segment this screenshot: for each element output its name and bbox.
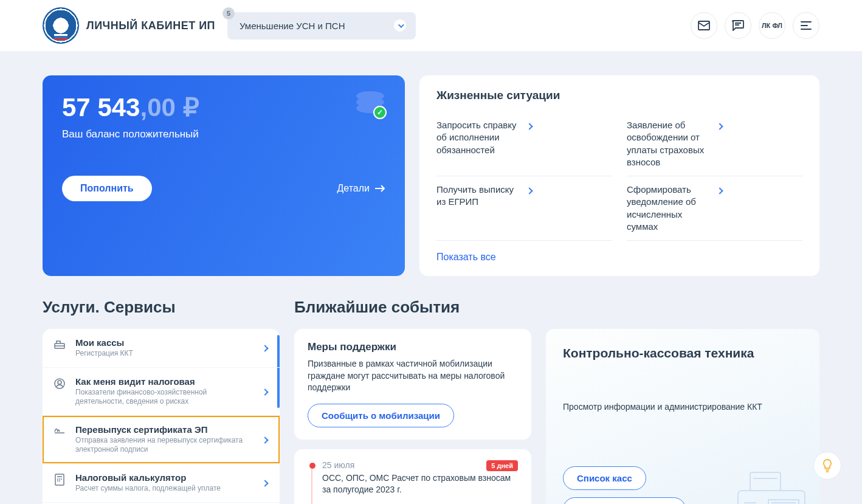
support-card: Меры поддержки Призванные в рамках части… — [294, 329, 531, 440]
situation-item[interactable]: Получить выписку из ЕГРИП — [436, 176, 612, 241]
chevron-right-icon — [263, 386, 267, 397]
dropdown-label: Уменьшение УСН и ПСН — [240, 21, 345, 31]
database-check-icon: ✓ — [356, 91, 384, 117]
timeline-card: 25 июля 5 дней ОСС, ОПС, ОМС Расчет по с… — [294, 449, 531, 504]
signature-icon — [52, 424, 67, 434]
header-actions: ЛК ФЛ — [691, 12, 819, 39]
chevron-right-icon — [263, 434, 267, 445]
timeline-text: ОСС, ОПС, ОМС Расчет по страховым взноса… — [322, 472, 518, 496]
details-link[interactable]: Детали — [337, 183, 385, 194]
chevron-right-icon — [527, 184, 613, 197]
service-title: Перевыпуск сертификата ЭП — [75, 424, 254, 435]
show-all-link[interactable]: Показать все — [436, 252, 496, 263]
service-title: Мои кассы — [75, 337, 254, 348]
situation-label: Заявление об освобождении от уплаты стра… — [627, 119, 712, 168]
balance-int: 57 543 — [62, 93, 140, 122]
header: ЛИЧНЫЙ КАБИНЕТ ИП 5 Уменьшение УСН и ПСН… — [0, 0, 862, 51]
service-sub: Расчет суммы налога, подлежащей уплате — [75, 484, 254, 494]
balance-subtitle: Ваш баланс положительный — [62, 128, 385, 140]
timeline-dot-icon — [309, 463, 315, 469]
situation-label: Получить выписку из ЕГРИП — [436, 184, 522, 209]
menu-icon — [801, 21, 812, 30]
chevron-right-icon — [527, 119, 613, 133]
service-item-visibility[interactable]: Как меня видит налоговаяПоказатели финан… — [43, 368, 280, 416]
fns-emblem-icon — [43, 7, 79, 44]
service-sub: Показатели финансово-хозяйственной деяте… — [75, 388, 254, 407]
logo-block[interactable]: ЛИЧНЫЙ КАБИНЕТ ИП — [43, 7, 215, 44]
details-label: Детали — [337, 183, 370, 194]
service-item-certificate[interactable]: Перевыпуск сертификата ЭПОтправка заявле… — [43, 416, 280, 464]
days-badge: 5 дней — [486, 460, 518, 471]
situations-title: Жизненные ситуации — [436, 89, 802, 102]
service-item-calculator[interactable]: Налоговый калькуляторРасчет суммы налога… — [43, 464, 280, 503]
chevron-down-icon — [394, 19, 406, 32]
dropdown-badge: 5 — [222, 7, 235, 19]
kkt-subtitle: Просмотр информации и администрирование … — [563, 402, 802, 412]
situation-label: Запросить справку об исполнении обязанно… — [436, 119, 522, 156]
cash-register-icon — [52, 337, 67, 350]
service-title: Налоговый калькулятор — [75, 472, 254, 483]
services-section-title: Услуги. Сервисы — [43, 298, 294, 317]
situation-item[interactable]: Сформировать уведомление об исчисленных … — [627, 176, 802, 241]
chat-icon — [732, 20, 744, 31]
situation-label: Сформировать уведомление об исчисленных … — [627, 184, 712, 233]
report-mobilization-button[interactable]: Сообщить о мобилизации — [308, 404, 454, 427]
svg-rect-5 — [738, 491, 805, 504]
service-sub: Регистрация ККТ — [75, 349, 254, 359]
chevron-right-icon — [717, 184, 803, 197]
service-sub: Отправка заявления на перевыпуск сертифи… — [75, 436, 254, 455]
services-card: Мои кассыРегистрация ККТ Как меня видит … — [43, 329, 280, 504]
cash-register-bg-icon — [732, 460, 811, 504]
topup-button[interactable]: Пополнить — [62, 176, 152, 201]
person-view-icon — [52, 376, 67, 390]
hint-fab-button[interactable] — [813, 452, 841, 480]
support-title: Меры поддержки — [308, 341, 518, 353]
mail-icon — [698, 21, 710, 30]
ruble-icon: ₽ — [183, 93, 199, 122]
lk-fl-button[interactable]: ЛК ФЛ — [759, 12, 785, 39]
chevron-right-icon — [263, 342, 267, 353]
site-title: ЛИЧНЫЙ КАБИНЕТ ИП — [86, 19, 215, 32]
chat-button[interactable] — [725, 12, 751, 39]
mail-button[interactable] — [691, 12, 717, 39]
fiscal-data-button[interactable]: Фискальные данные — [563, 497, 686, 504]
lightbulb-icon — [821, 458, 833, 473]
balance-dec: ,00 — [140, 93, 175, 122]
calculator-icon — [52, 472, 67, 486]
svg-rect-6 — [750, 472, 781, 491]
situations-card: Жизненные ситуации Запросить справку об … — [419, 75, 819, 276]
support-text: Призванные в рамках частичной мобилизаци… — [308, 358, 518, 394]
kkt-card: Контрольно-кассовая техника Просмотр инф… — [546, 329, 819, 504]
situation-item[interactable]: Запросить справку об исполнении обязанно… — [436, 112, 612, 176]
service-item-kassy[interactable]: Мои кассыРегистрация ККТ — [43, 329, 280, 368]
events-section-title: Ближайшие события — [294, 298, 460, 317]
notifications-dropdown[interactable]: 5 Уменьшение УСН и ПСН — [227, 12, 416, 40]
kkt-title: Контрольно-кассовая техника — [563, 346, 802, 361]
svg-point-3 — [58, 381, 61, 384]
chevron-right-icon — [263, 477, 267, 488]
service-title: Как меня видит налоговая — [75, 376, 254, 387]
svg-rect-4 — [55, 474, 64, 485]
arrow-right-icon — [374, 185, 385, 192]
kassy-list-button[interactable]: Список касс — [563, 466, 646, 490]
situation-item[interactable]: Заявление об освобождении от уплаты стра… — [627, 112, 802, 176]
balance-amount: 57 543,00 ₽ — [62, 92, 385, 122]
balance-card: 57 543,00 ₽ Ваш баланс положительный ✓ П… — [43, 75, 405, 276]
timeline-item[interactable]: 25 июля 5 дней ОСС, ОПС, ОМС Расчет по с… — [308, 460, 518, 496]
menu-button[interactable] — [793, 12, 819, 39]
chevron-right-icon — [717, 119, 803, 133]
